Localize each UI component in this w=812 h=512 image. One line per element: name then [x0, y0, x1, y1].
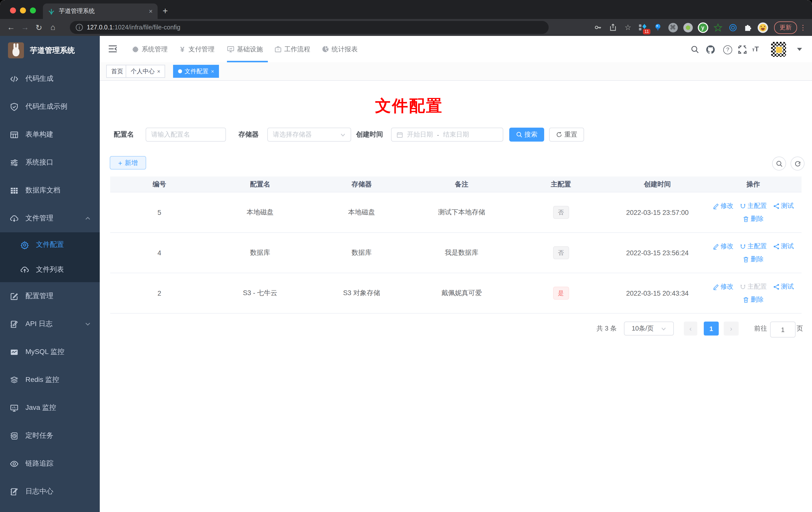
sidebar-item-code-gen[interactable]: 代码生成 [0, 65, 100, 93]
sidebar-item-scheduled-tasks[interactable]: 定时任务 [0, 422, 100, 450]
tag-file-config[interactable]: 文件配置 × [173, 65, 219, 78]
plus-icon: + [118, 159, 122, 167]
topnav-system[interactable]: 系统管理 [132, 36, 168, 62]
address-bar[interactable]: i 127.0.0.1:1024/infra/file/file-config [70, 21, 549, 34]
master-status-badge: 否 [553, 246, 569, 259]
sidebar-item-tracing[interactable]: 链路追踪 [0, 450, 100, 478]
zoom-window-button[interactable] [30, 7, 36, 13]
reload-icon[interactable]: ↻ [32, 23, 46, 32]
extension-pin-icon[interactable] [652, 22, 663, 33]
collapse-sidebar-icon[interactable] [108, 44, 118, 54]
extension-recorder-icon[interactable] [682, 22, 693, 33]
app-root: 芋道管理系统 代码生成 代码生成示例 表单构建 系统接口 数据库文档 [0, 36, 812, 512]
tab-close-icon[interactable]: × [149, 7, 153, 15]
sidebar-item-redis-monitor[interactable]: Redis 监控 [0, 366, 100, 394]
app-title: 芋道管理系统 [30, 46, 75, 55]
sidebar-item-system-api[interactable]: 系统接口 [0, 149, 100, 177]
edit-link[interactable]: 修改 [713, 202, 733, 210]
browser-tab[interactable]: 芋道管理系统 × [43, 3, 157, 19]
cloud-download-icon [10, 214, 19, 222]
avatar-caret-icon[interactable] [797, 48, 802, 51]
sidebar-item-mysql-monitor[interactable]: MySQL 监控 [0, 338, 100, 366]
sidebar-item-java-monitor[interactable]: Java 监控 [0, 394, 100, 422]
current-page-button[interactable]: 1 [704, 322, 719, 335]
main-area: 系统管理 ¥ 支付管理 基础设施 工作流程 统计报表 [100, 36, 812, 512]
topnav-reports[interactable]: 统计报表 [322, 36, 358, 62]
close-window-button[interactable] [10, 7, 16, 13]
fullscreen-icon[interactable] [738, 46, 747, 54]
browser-menu-icon[interactable]: ⋮ [799, 24, 807, 31]
new-tab-button[interactable]: + [163, 5, 168, 17]
browser-update-button[interactable]: 更新 [774, 21, 797, 34]
add-button[interactable]: + 新增 [110, 156, 146, 170]
sidebar-item-file-config[interactable]: 文件配置 [0, 232, 100, 257]
github-icon[interactable] [706, 45, 715, 54]
search-icon[interactable] [691, 46, 699, 54]
topnav-payment[interactable]: ¥ 支付管理 [179, 36, 214, 62]
tag-home[interactable]: 首页 [106, 65, 128, 78]
help-icon[interactable]: ? [723, 46, 732, 54]
font-size-icon[interactable]: тT [752, 45, 764, 53]
close-icon[interactable]: × [211, 65, 214, 77]
magnet-icon [740, 283, 746, 290]
home-icon[interactable]: ⌂ [46, 23, 60, 32]
goto-page-input[interactable] [770, 322, 795, 337]
filter-name-label: 配置名 [114, 128, 134, 142]
extension-star-icon[interactable] [712, 22, 723, 33]
sidebar-item-file-list[interactable]: 文件列表 [0, 257, 100, 282]
table-search-toggle-button[interactable] [772, 156, 786, 171]
extension-eye-icon[interactable] [727, 22, 738, 33]
extension-tag-manager-icon[interactable]: 11 [637, 22, 648, 33]
prev-page-button[interactable]: ‹ [684, 322, 697, 335]
sidebar-item-api-log[interactable]: API 日志 [0, 310, 100, 338]
tag-profile[interactable]: 个人中心 × [126, 65, 165, 78]
next-page-button[interactable]: › [724, 322, 739, 335]
delete-link[interactable]: 删除 [743, 214, 764, 223]
tab-title: 芋道管理系统 [59, 7, 149, 16]
minimize-window-button[interactable] [20, 7, 26, 13]
sidebar-item-log-center[interactable]: 日志中心 [0, 478, 100, 506]
edit-link[interactable]: 修改 [713, 282, 733, 291]
browser-toolbar: ← → ↻ ⌂ i 127.0.0.1:1024/infra/file/file… [0, 19, 812, 36]
sidebar-item-db-doc[interactable]: 数据库文档 [0, 177, 100, 204]
chevron-down-icon [661, 326, 666, 331]
set-master-link[interactable]: 主配置 [740, 242, 767, 251]
set-master-link[interactable]: 主配置 [740, 202, 767, 210]
delete-link[interactable]: 删除 [743, 295, 764, 304]
user-avatar-qr[interactable] [771, 42, 786, 57]
reset-button[interactable]: 重置 [549, 128, 584, 142]
search-button[interactable]: 搜索 [509, 128, 544, 142]
sidebar-item-config-management[interactable]: 配置管理 [0, 282, 100, 310]
filter-date-range[interactable]: 开始日期 - 结束日期 [391, 128, 503, 142]
forward-icon[interactable]: → [18, 23, 32, 32]
layers-icon [10, 375, 19, 384]
tags-view: 首页 个人中心 × 文件配置 × [100, 62, 812, 81]
site-info-icon[interactable]: i [76, 24, 83, 31]
sidebar-item-code-gen-example[interactable]: 代码生成示例 [0, 93, 100, 121]
sidebar: 芋道管理系统 代码生成 代码生成示例 表单构建 系统接口 数据库文档 [0, 36, 100, 512]
filter-storage-select[interactable]: 请选择存储器 [267, 128, 351, 142]
page-size-select[interactable]: 10条/页 [624, 322, 674, 335]
extension-y-icon[interactable]: y [697, 22, 708, 33]
bookmark-star-icon[interactable]: ☆ [622, 22, 633, 33]
test-link[interactable]: 测试 [773, 242, 794, 251]
topnav-workflow[interactable]: 工作流程 [274, 36, 310, 62]
edit-link[interactable]: 修改 [713, 242, 733, 251]
topnav-infrastructure[interactable]: 基础设施 [227, 36, 263, 62]
sidebar-item-file-management[interactable]: 文件管理 [0, 204, 100, 232]
share-icon[interactable] [608, 22, 618, 33]
extension-command-icon[interactable]: ⌘ [667, 22, 678, 33]
table-refresh-button[interactable] [790, 156, 805, 171]
sidebar-item-form-builder[interactable]: 表单构建 [0, 121, 100, 149]
test-link[interactable]: 测试 [773, 202, 794, 210]
filter-name-input[interactable]: 请输入配置名 [146, 128, 226, 142]
page-unit-label: 页 [796, 322, 803, 335]
sidebar-header[interactable]: 芋道管理系统 [0, 36, 100, 65]
test-link[interactable]: 测试 [773, 282, 794, 291]
delete-link[interactable]: 删除 [743, 255, 764, 264]
close-icon[interactable]: × [157, 65, 161, 77]
password-key-icon[interactable] [592, 22, 604, 33]
extensions-puzzle-icon[interactable] [742, 22, 753, 33]
profile-emoji-avatar[interactable] [757, 22, 768, 33]
back-icon[interactable]: ← [4, 23, 18, 32]
